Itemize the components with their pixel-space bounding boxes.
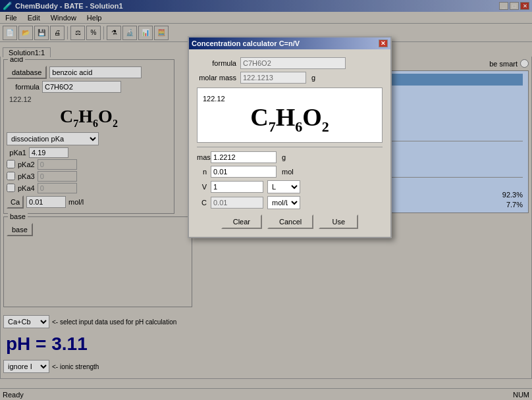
modal-n-unit: mol xyxy=(282,168,294,176)
modal-mass-row: mass g xyxy=(197,151,383,163)
modal-mass-input[interactable] xyxy=(211,151,277,163)
modal-molar-row: molar mass g xyxy=(197,72,383,84)
cancel-button[interactable]: Cancel xyxy=(267,214,313,229)
modal-title: Concentration calculator C=n/V xyxy=(192,39,300,47)
modal-divider xyxy=(197,147,383,147)
concentration-calculator-dialog: Concentration calculator C=n/V ✕ formula… xyxy=(188,36,392,238)
modal-formula-label: formula xyxy=(197,59,236,67)
modal-title-bar: Concentration calculator C=n/V ✕ xyxy=(189,38,390,49)
modal-v-unit-select[interactable]: L mL μL xyxy=(267,180,300,193)
modal-c-unit-select[interactable]: mol/L mmol/L xyxy=(267,196,300,209)
modal-v-input[interactable] xyxy=(211,181,263,193)
modal-n-input[interactable] xyxy=(211,166,277,178)
modal-body: formula molar mass g 122.12 C7H6O2 mass xyxy=(189,49,390,237)
modal-mass-label: mass xyxy=(197,153,207,161)
modal-molar-input xyxy=(240,72,306,84)
modal-v-row: V L mL μL xyxy=(197,180,383,193)
modal-c-row: C mol/L mmol/L xyxy=(197,196,383,209)
modal-c-input xyxy=(211,197,263,209)
modal-formula-row: formula xyxy=(197,57,383,69)
modal-formula-input xyxy=(240,57,346,69)
use-button[interactable]: Use xyxy=(319,214,358,229)
modal-n-label: n xyxy=(197,168,207,176)
modal-n-row: n mol xyxy=(197,166,383,178)
clear-button[interactable]: Clear xyxy=(221,214,262,229)
main-window: 🧪 ChemBuddy - BATE - Solution1 _ □ ✕ Fil… xyxy=(0,0,532,400)
modal-molar-display: 122.12 xyxy=(198,95,382,103)
modal-formula-big: C7H6O2 xyxy=(198,103,382,136)
modal-mass-unit: g xyxy=(282,153,286,161)
modal-close-button[interactable]: ✕ xyxy=(379,39,388,47)
modal-formula-display: 122.12 C7H6O2 xyxy=(197,88,383,143)
modal-molar-label: molar mass xyxy=(197,74,236,82)
modal-buttons: Clear Cancel Use xyxy=(197,214,383,232)
modal-molar-unit: g xyxy=(311,74,315,82)
modal-c-label: C xyxy=(197,199,207,207)
modal-v-label: V xyxy=(197,183,207,191)
